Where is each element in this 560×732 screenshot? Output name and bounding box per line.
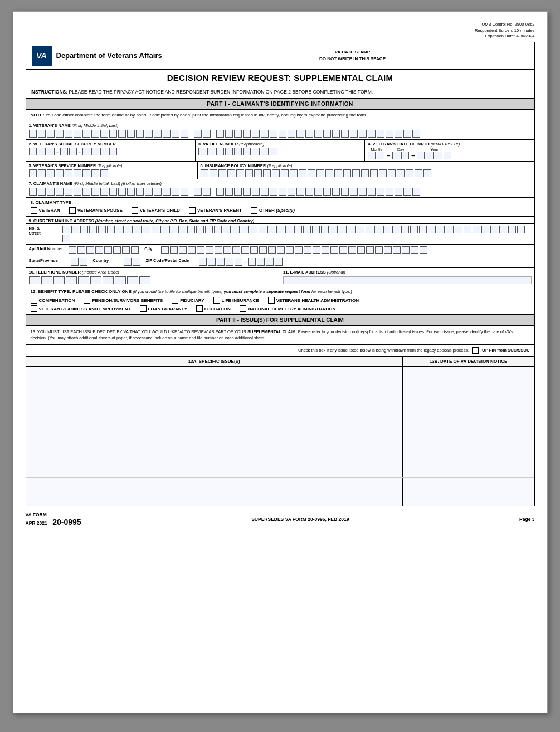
ssn-box[interactable] — [29, 148, 37, 155]
tel-box[interactable] — [29, 276, 40, 284]
name-box[interactable] — [154, 130, 162, 138]
cname-box[interactable] — [368, 188, 376, 196]
apt-box[interactable] — [77, 246, 85, 254]
city-box[interactable] — [188, 246, 196, 254]
cname-box[interactable] — [100, 188, 108, 196]
city-box[interactable] — [170, 246, 178, 254]
name-box[interactable] — [243, 130, 251, 138]
ins-box[interactable] — [218, 169, 226, 177]
cname-box[interactable] — [288, 188, 295, 196]
street-box[interactable] — [187, 226, 195, 233]
street-box[interactable] — [481, 226, 489, 233]
name-box[interactable] — [38, 130, 46, 138]
zip-box[interactable] — [266, 258, 274, 266]
street-box[interactable] — [339, 226, 347, 233]
claimant-option-parent[interactable]: VETERAN'S PARENT — [189, 207, 242, 214]
city-box[interactable] — [215, 246, 222, 254]
city-box[interactable] — [339, 246, 347, 254]
ins-box[interactable] — [370, 169, 378, 177]
tel-box[interactable] — [103, 276, 114, 284]
street-box[interactable] — [107, 226, 115, 233]
ins-box[interactable] — [201, 169, 208, 177]
apt-box[interactable] — [86, 246, 94, 254]
street-box[interactable] — [294, 226, 302, 233]
name-box[interactable] — [172, 130, 179, 138]
name-box[interactable] — [145, 130, 153, 138]
ins-box[interactable] — [263, 169, 271, 177]
apt-box[interactable] — [131, 246, 139, 254]
city-box[interactable] — [259, 246, 267, 254]
claimant-option-veteran[interactable]: VETERAN — [31, 207, 60, 214]
name-box[interactable] — [163, 130, 171, 138]
file-box[interactable] — [216, 148, 224, 155]
name-box[interactable] — [386, 130, 393, 138]
street-box[interactable] — [419, 226, 427, 233]
city-box[interactable] — [366, 246, 374, 254]
cname-box[interactable] — [252, 188, 260, 196]
street-box[interactable] — [89, 226, 97, 233]
street-box[interactable] — [205, 226, 213, 233]
street-box[interactable] — [455, 226, 462, 233]
benefit-vre[interactable]: VETERAN READINESS AND EMPLOYMENT — [31, 305, 131, 312]
cname-box[interactable] — [305, 188, 313, 196]
street-box[interactable] — [143, 226, 150, 233]
issue-cell-b-3[interactable] — [403, 422, 534, 450]
street-box[interactable] — [473, 226, 480, 233]
name-box[interactable] — [368, 130, 376, 138]
cname-box[interactable] — [38, 188, 46, 196]
name-box[interactable] — [118, 130, 126, 138]
city-box[interactable] — [250, 246, 258, 254]
street-box[interactable] — [241, 226, 249, 233]
street-box[interactable] — [267, 226, 275, 233]
benefit-nca[interactable]: NATIONAL CEMETERY ADMINISTRATION — [240, 305, 335, 312]
file-box[interactable] — [243, 148, 251, 155]
name-box[interactable] — [47, 130, 55, 138]
street-box[interactable] — [285, 226, 293, 233]
city-box[interactable] — [206, 246, 213, 254]
zip-box[interactable] — [257, 258, 265, 266]
ins-box[interactable] — [352, 169, 360, 177]
name-box[interactable] — [100, 130, 108, 138]
name-box[interactable] — [234, 130, 242, 138]
cname-box[interactable] — [216, 188, 224, 196]
name-box[interactable] — [314, 130, 322, 138]
issue-cell-b-4[interactable] — [403, 450, 534, 477]
street-box[interactable] — [152, 226, 159, 233]
name-box[interactable] — [109, 130, 117, 138]
cname-box[interactable] — [194, 188, 202, 196]
city-box[interactable] — [330, 246, 338, 254]
benefit-vha[interactable]: VETERANS HEALTH ADMINISTRATION — [268, 297, 359, 304]
state-box[interactable] — [80, 258, 87, 266]
name-box[interactable] — [270, 130, 277, 138]
cname-box[interactable] — [65, 188, 72, 196]
tel-box[interactable] — [90, 276, 101, 284]
street-box[interactable] — [259, 226, 266, 233]
vha-checkbox[interactable] — [268, 297, 275, 304]
city-box[interactable] — [286, 246, 294, 254]
street-box[interactable] — [410, 226, 418, 233]
street-box[interactable] — [374, 226, 382, 233]
file-box[interactable] — [207, 148, 215, 155]
cname-box[interactable] — [332, 188, 340, 196]
ins-box[interactable] — [245, 169, 253, 177]
city-box[interactable] — [384, 246, 392, 254]
name-box[interactable] — [305, 130, 313, 138]
street-box[interactable] — [169, 226, 177, 233]
file-box[interactable] — [198, 148, 206, 155]
name-box[interactable] — [252, 130, 260, 138]
apt-box[interactable] — [69, 246, 76, 254]
ins-box[interactable] — [290, 169, 298, 177]
name-box[interactable] — [377, 130, 384, 138]
cname-box[interactable] — [270, 188, 277, 196]
name-box[interactable] — [216, 130, 224, 138]
ssn-box[interactable] — [60, 148, 68, 155]
sn-box[interactable] — [38, 169, 46, 177]
ins-box[interactable] — [236, 169, 244, 177]
ins-box[interactable] — [227, 169, 235, 177]
zip-box[interactable] — [235, 258, 242, 266]
year-box[interactable] — [435, 152, 442, 159]
benefit-loan[interactable]: LOAN GUARANTY — [140, 305, 187, 312]
education-checkbox[interactable] — [196, 305, 203, 312]
name-box[interactable] — [29, 130, 37, 138]
cname-box[interactable] — [127, 188, 135, 196]
